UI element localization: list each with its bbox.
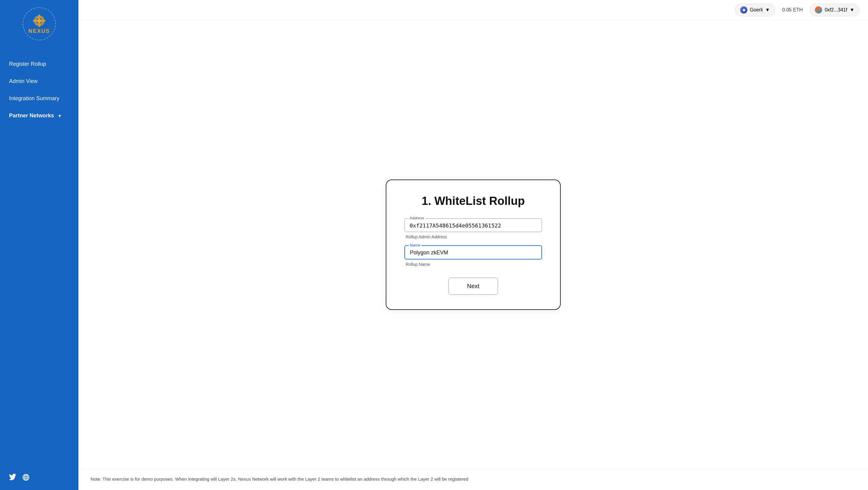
sidebar-nav: Register Rollup Admin View Integration S… <box>0 50 79 466</box>
name-input[interactable] <box>410 249 536 256</box>
header: ◆ Goerli ▼ 0.05 ETH 0xf2...341f <box>79 0 868 20</box>
address-field-wrapper: Address 0xf2117A548615d4e05561361522 <box>404 218 542 232</box>
main-content: ◆ Goerli ▼ 0.05 ETH 0xf2...341f <box>79 0 868 490</box>
footer-note-text: Note: This exercise is for demo purposes… <box>91 477 468 482</box>
chevron-down-icon: ▼ <box>58 114 62 118</box>
twitter-icon[interactable] <box>9 474 16 483</box>
sidebar-item-integration-summary[interactable]: Integration Summary <box>0 90 79 107</box>
sidebar-label-integration-summary: Integration Summary <box>9 95 59 102</box>
eth-balance: 0.05 ETH <box>780 7 805 13</box>
globe-icon[interactable] <box>22 474 30 483</box>
sidebar-item-register-rollup[interactable]: Register Rollup <box>0 56 79 73</box>
whitelist-card: 1. WhiteList Rollup Address 0xf2117A5486… <box>386 180 561 310</box>
sidebar-item-admin-view[interactable]: Admin View <box>0 73 79 90</box>
network-chevron-icon: ▼ <box>765 7 770 13</box>
name-label: Name <box>409 243 422 247</box>
wallet-address: 0xf2...341f <box>825 7 847 13</box>
address-label: Address <box>408 216 425 220</box>
wallet-chevron-icon: ▼ <box>849 7 855 13</box>
next-button[interactable]: Next <box>448 278 498 295</box>
sidebar-label-register-rollup: Register Rollup <box>9 61 46 67</box>
name-hint: Rollup Name <box>406 262 542 267</box>
nexus-logo-icon <box>32 13 46 28</box>
name-field-wrapper: Name <box>404 245 542 259</box>
sidebar-label-admin-view: Admin View <box>9 78 38 85</box>
sidebar-label-partner-networks: Partner Networks <box>9 113 54 119</box>
address-hint: Rollup Admin Address <box>406 235 542 239</box>
content-area: 1. WhiteList Rollup Address 0xf2117A5486… <box>79 20 868 469</box>
eth-icon: ◆ <box>740 6 747 13</box>
logo-area: NEXUS <box>0 0 79 50</box>
card-title: 1. WhiteList Rollup <box>404 194 542 208</box>
address-field-group: Address 0xf2117A548615d4e05561361522 Rol… <box>404 218 542 239</box>
logo-circle: NEXUS <box>23 7 56 40</box>
network-selector[interactable]: ◆ Goerli ▼ <box>735 4 775 16</box>
network-label: Goerli <box>750 7 763 13</box>
sidebar-item-partner-networks[interactable]: Partner Networks ▼ <box>0 107 79 124</box>
sidebar-footer <box>0 466 79 490</box>
sidebar: NEXUS Register Rollup Admin View Integra… <box>0 0 79 490</box>
name-field-group: Name Rollup Name <box>404 245 542 267</box>
svg-point-14 <box>816 7 821 13</box>
svg-point-0 <box>37 19 41 23</box>
footer-note: Note: This exercise is for demo purposes… <box>79 469 868 490</box>
wallet-badge[interactable]: 0xf2...341f ▼ <box>810 4 860 16</box>
logo-text: NEXUS <box>28 28 50 34</box>
address-value: 0xf2117A548615d4e05561361522 <box>409 222 537 229</box>
wallet-avatar-icon <box>815 6 822 13</box>
